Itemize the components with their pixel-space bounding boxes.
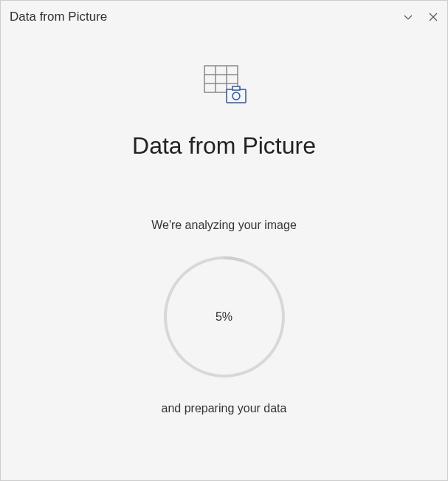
status-text-top: We're analyzing your image <box>151 219 297 232</box>
status-text-bottom: and preparing your data <box>162 402 287 415</box>
progress-label: 5% <box>216 310 232 324</box>
app-window: Data from Picture <box>0 0 448 481</box>
progress-ring: 5% <box>162 254 287 380</box>
page-heading: Data from Picture <box>132 132 316 160</box>
content-area: Data from Picture We're analyzing your i… <box>1 33 447 480</box>
chevron-down-icon[interactable] <box>403 12 413 22</box>
grid-camera-icon <box>199 63 250 110</box>
window-title: Data from Picture <box>10 10 403 24</box>
svg-rect-6 <box>232 86 240 90</box>
titlebar: Data from Picture <box>1 1 447 33</box>
close-icon[interactable] <box>428 12 438 22</box>
window-controls <box>403 12 438 22</box>
svg-rect-5 <box>227 89 246 103</box>
